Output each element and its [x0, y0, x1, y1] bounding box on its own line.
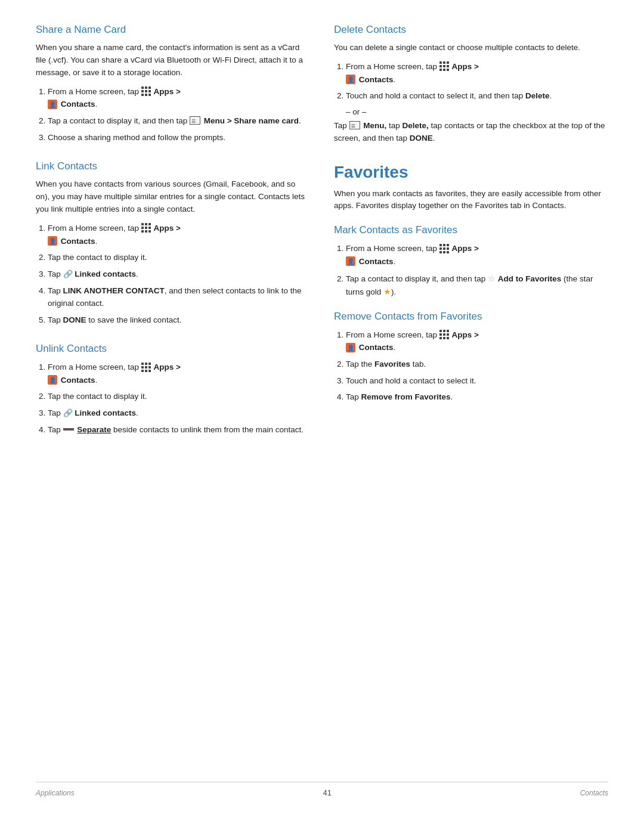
apps-label: Apps >	[452, 244, 479, 253]
unlink-contacts-section: Unlink Contacts From a Home screen, tap …	[36, 343, 310, 436]
delete-label-2: Delete,	[402, 121, 429, 130]
mark-favorites-steps: From a Home screen, tap Apps > Contacts.…	[334, 242, 608, 298]
star-outline-icon: ☆	[488, 274, 496, 283]
apps-grid-icon	[439, 244, 449, 253]
linked-contacts-label: Linked contacts	[75, 270, 136, 278]
separate-icon	[63, 428, 74, 431]
link-another-label: LINK ANOTHER CONTACT	[63, 286, 165, 295]
apps-grid-icon	[141, 86, 151, 96]
contacts-label: Contacts	[61, 376, 95, 385]
linked-contacts-label: Linked contacts	[75, 408, 136, 417]
menu-icon	[190, 116, 200, 125]
contacts-label: Contacts	[359, 343, 394, 352]
apps-label: Apps >	[154, 363, 181, 371]
unlink-contacts-title: Unlink Contacts	[36, 343, 310, 355]
list-item: Tap Separate beside contacts to unlink t…	[48, 423, 310, 436]
footer-left: Applications	[36, 789, 75, 797]
link-contacts-title: Link Contacts	[36, 160, 310, 172]
list-item: Touch and hold a contact to select it.	[346, 374, 608, 388]
footer: Applications 41 Contacts	[36, 782, 608, 797]
list-item: Tap DONE to save the linked contact.	[48, 314, 310, 327]
apps-grid-icon	[141, 363, 151, 372]
favorites-title: Favorites	[334, 163, 608, 182]
list-item: Touch and hold a contact to select it, a…	[346, 89, 608, 103]
link-contacts-steps: From a Home screen, tap Apps > Contacts.…	[36, 222, 310, 326]
done-label-2: DONE	[410, 134, 433, 143]
separate-label: Separate	[77, 425, 111, 434]
link-contacts-desc: When you have contacts from various sour…	[36, 178, 310, 216]
contacts-icon	[346, 343, 355, 352]
share-name-card-section: Share a Name Card When you share a name …	[36, 24, 310, 144]
mark-favorites-title: Mark Contacts as Favorites	[334, 224, 608, 236]
list-item: From a Home screen, tap Apps > Contacts.	[346, 329, 608, 354]
delete-contacts-section: Delete Contacts You can delete a single …	[334, 24, 608, 145]
list-item: Tap the Favorites tab.	[346, 358, 608, 371]
delete-contacts-desc: You can delete a single contact or choos…	[334, 42, 608, 54]
unlink-contacts-steps: From a Home screen, tap Apps > Contacts.…	[36, 361, 310, 436]
apps-label: Apps >	[452, 62, 479, 71]
right-column: Delete Contacts You can delete a single …	[334, 24, 608, 764]
done-label: DONE	[63, 315, 86, 324]
remove-favorites-steps: From a Home screen, tap Apps > Contacts.…	[334, 329, 608, 404]
page: Share a Name Card When you share a name …	[0, 0, 644, 833]
or-divider: – or –	[346, 107, 608, 116]
list-item: Tap a contact to display it, and then ta…	[48, 114, 310, 128]
list-item: From a Home screen, tap Apps > Contacts.	[48, 222, 310, 247]
remove-favorites-title: Remove Contacts from Favorites	[334, 311, 608, 323]
apps-grid-icon	[141, 223, 151, 233]
favorites-desc: When you mark contacts as favorites, the…	[334, 188, 608, 213]
list-item: Tap LINK ANOTHER CONTACT, and then selec…	[48, 284, 310, 310]
list-item: Tap a contact to display it, and then ta…	[346, 272, 608, 299]
list-item: Tap the contact to display it.	[48, 390, 310, 403]
list-item: From a Home screen, tap Apps > Contacts.	[48, 361, 310, 386]
contacts-icon	[48, 100, 57, 109]
link-contacts-section: Link Contacts When you have contacts fro…	[36, 160, 310, 326]
delete-label: Delete	[525, 91, 550, 100]
list-item: From a Home screen, tap Apps > Contacts.	[346, 242, 608, 268]
favorites-section: Favorites When you mark contacts as favo…	[334, 163, 608, 404]
link-icon: 🔗	[63, 270, 73, 278]
list-item: Tap 🔗 Linked contacts.	[48, 268, 310, 281]
footer-right: Contacts	[580, 789, 608, 797]
list-item: From a Home screen, tap Apps > Contacts.	[346, 60, 608, 86]
contacts-icon	[346, 75, 355, 84]
list-item: From a Home screen, tap Apps > Contacts.	[48, 85, 310, 111]
contacts-label: Contacts	[61, 237, 95, 246]
remove-favorites-subsection: Remove Contacts from Favorites From a Ho…	[334, 311, 608, 404]
contacts-icon	[346, 256, 355, 266]
menu-icon	[349, 121, 360, 129]
left-column: Share a Name Card When you share a name …	[36, 24, 310, 764]
favorites-tab-label: Favorites	[374, 360, 410, 368]
mark-favorites-subsection: Mark Contacts as Favorites From a Home s…	[334, 224, 608, 298]
list-item: Tap Remove from Favorites.	[346, 391, 608, 404]
apps-grid-icon	[439, 330, 449, 339]
apps-label: Apps >	[154, 224, 181, 233]
list-item: Choose a sharing method and follow the p…	[48, 131, 310, 144]
contacts-label: Contacts	[61, 100, 95, 109]
contacts-icon	[48, 236, 57, 246]
apps-grid-icon	[439, 61, 449, 71]
main-columns: Share a Name Card When you share a name …	[36, 24, 608, 764]
contacts-label: Contacts	[359, 257, 394, 266]
menu-label-2: Menu,	[363, 121, 386, 130]
delete-contacts-steps: From a Home screen, tap Apps > Contacts.…	[334, 60, 608, 103]
share-name-card-steps: From a Home screen, tap Apps > Contacts.…	[36, 85, 310, 144]
share-name-card-title: Share a Name Card	[36, 24, 310, 36]
share-name-card-desc: When you share a name card, the contact'…	[36, 42, 310, 79]
menu-share-label: Menu > Share name card	[204, 116, 299, 125]
remove-from-favorites-label: Remove from Favorites	[361, 392, 451, 401]
add-to-favorites-label: Add to Favorites	[498, 274, 562, 283]
contacts-label: Contacts	[359, 75, 394, 84]
list-item: Tap 🔗 Linked contacts.	[48, 407, 310, 420]
contacts-icon	[48, 375, 57, 385]
apps-label: Apps >	[452, 330, 479, 339]
or-desc: Tap Menu, tap Delete, tap contacts or ta…	[334, 120, 608, 145]
link-icon: 🔗	[63, 408, 73, 417]
delete-contacts-title: Delete Contacts	[334, 24, 608, 36]
list-item: Tap the contact to display it.	[48, 251, 310, 264]
apps-label: Apps >	[154, 87, 181, 96]
footer-page-number: 41	[323, 788, 331, 797]
star-gold-icon: ★	[383, 287, 391, 296]
